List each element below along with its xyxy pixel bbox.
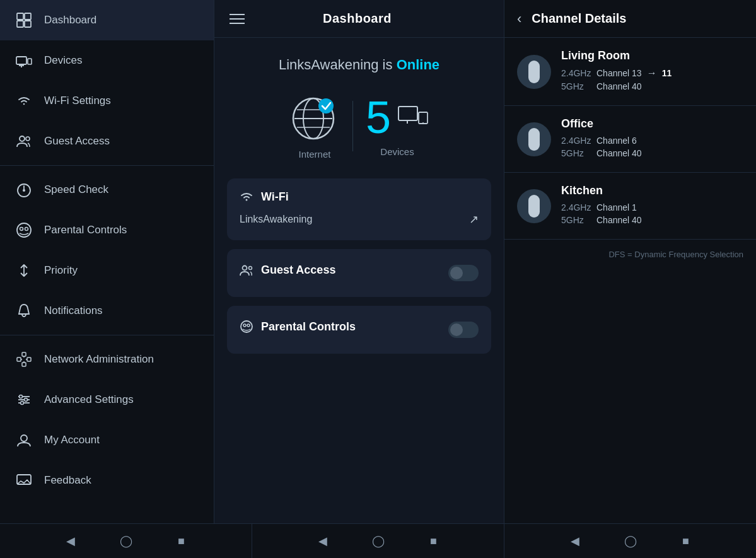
status-badge: Online	[397, 57, 439, 73]
hamburger-line-3	[230, 23, 245, 24]
middle-title: Dashboard	[323, 11, 392, 26]
parental-card-icon	[240, 320, 253, 334]
account-icon	[15, 431, 33, 449]
nav-recents-left[interactable]: ■	[173, 532, 190, 550]
right-header: ‹ Channel Details	[504, 0, 756, 38]
svg-rect-42	[419, 112, 427, 124]
sidebar-item-feedback[interactable]: Feedback	[0, 460, 214, 501]
svg-point-8	[20, 136, 25, 141]
internet-status: Internet	[289, 92, 340, 160]
device-avatar-office	[517, 122, 551, 156]
office-name: Office	[561, 117, 743, 131]
middle-panel: Dashboard LinksAwakening is Online	[214, 0, 504, 523]
parental-controls-toggle[interactable]	[448, 322, 479, 338]
guest-card-title: Guest Access	[261, 264, 335, 277]
device-pill	[528, 195, 540, 218]
sidebar-item-label-priority: Priority	[44, 264, 78, 277]
sidebar-item-my-account[interactable]: My Account	[0, 420, 214, 460]
nav-home-right[interactable]: ◯	[622, 532, 639, 550]
sidebar-item-speed-check[interactable]: Speed Check	[0, 170, 214, 210]
wifi-icon	[15, 92, 33, 110]
feedback-icon	[15, 472, 33, 489]
parental-controls-card: Parental Controls	[227, 306, 491, 354]
svg-rect-4	[16, 57, 26, 64]
ssid-text: LinksAwakening	[240, 214, 312, 225]
sidebar-item-guest-access[interactable]: Guest Access	[0, 121, 214, 161]
channel-item-kitchen[interactable]: Kitchen 2.4GHz Channel 1 5GHz Channel 40	[504, 173, 756, 240]
sidebar-item-label-speed: Speed Check	[44, 183, 108, 196]
svg-rect-3	[25, 21, 31, 27]
nav-back-middle[interactable]: ◀	[314, 532, 332, 550]
svg-rect-20	[22, 363, 26, 366]
living-room-channel-5: Channel 40	[596, 81, 642, 91]
office-24ghz: 2.4GHz Channel 6	[561, 136, 743, 146]
nav-back-left[interactable]: ◀	[62, 532, 79, 550]
kitchen-channel-24: Channel 1	[596, 202, 637, 212]
devices-svg-icon	[397, 103, 429, 132]
middle-header: Dashboard	[214, 0, 504, 38]
kitchen-5ghz: 5GHz Channel 40	[561, 215, 743, 225]
sidebar-item-label-network: Network Administration	[44, 353, 154, 366]
sidebar-item-parental-controls[interactable]: Parental Controls	[0, 210, 214, 250]
nav-home-middle[interactable]: ◯	[369, 532, 387, 550]
back-button[interactable]: ‹	[517, 11, 521, 27]
svg-point-38	[318, 98, 334, 113]
speed-icon	[15, 181, 33, 199]
status-icons-row: Internet 5 Devices	[227, 92, 491, 160]
external-link-icon[interactable]: ↗	[469, 212, 479, 226]
notifications-icon	[15, 302, 33, 320]
device-count: 5	[366, 95, 391, 140]
svg-rect-0	[17, 13, 23, 20]
living-room-freq-5: 5GHz	[561, 81, 591, 91]
nav-back-right[interactable]: ◀	[566, 532, 584, 550]
sidebar-item-label-wifi: Wi-Fi Settings	[44, 95, 111, 107]
dashboard-icon	[15, 11, 33, 29]
dfs-note: DFS = Dynamic Frequency Selection	[504, 240, 756, 269]
sidebar-item-label-notifications: Notifications	[44, 305, 103, 317]
svg-point-15	[25, 228, 28, 231]
nav-recents-middle[interactable]: ■	[425, 532, 443, 550]
sidebar-item-dashboard[interactable]: Dashboard	[0, 0, 214, 40]
svg-rect-1	[25, 13, 31, 20]
sidebar-item-priority[interactable]: Priority	[0, 250, 214, 291]
nav-home-left[interactable]: ◯	[117, 532, 135, 550]
sidebar-item-label-devices: Devices	[44, 54, 82, 67]
sidebar-item-advanced-settings[interactable]: Advanced Settings	[0, 380, 214, 420]
device-avatar-kitchen	[517, 189, 551, 223]
svg-point-29	[25, 398, 28, 402]
svg-rect-39	[398, 107, 417, 120]
svg-rect-18	[22, 352, 26, 356]
settings-icon	[15, 391, 33, 409]
parental-controls-header: Parental Controls	[240, 320, 356, 334]
status-prefix: LinksAwakening is	[279, 57, 393, 73]
sidebar-item-label-dashboard: Dashboard	[44, 14, 96, 26]
guest-access-row: Guest Access	[240, 260, 479, 286]
nav-recents-right[interactable]: ■	[677, 532, 695, 550]
sidebar-item-label-guest: Guest Access	[44, 135, 110, 148]
sidebar-item-notifications[interactable]: Notifications	[0, 291, 214, 331]
hamburger-menu[interactable]	[230, 14, 245, 24]
bottom-nav-left: ◀ ◯ ■	[0, 524, 252, 558]
network-icon	[15, 351, 33, 368]
sidebar-item-network-admin[interactable]: Network Administration	[0, 339, 214, 380]
bottom-bars: ◀ ◯ ■ ◀ ◯ ■ ◀ ◯ ■	[0, 523, 756, 558]
svg-rect-2	[17, 21, 23, 27]
svg-point-45	[249, 267, 252, 270]
svg-rect-5	[28, 59, 32, 64]
sidebar-divider-1	[0, 165, 214, 166]
middle-content: LinksAwakening is Online	[214, 38, 504, 523]
svg-rect-19	[27, 357, 31, 361]
guest-icon	[15, 132, 33, 150]
wifi-ssid-row[interactable]: LinksAwakening ↗	[240, 210, 479, 229]
wifi-card: Wi-Fi LinksAwakening ↗	[227, 178, 491, 240]
sidebar-item-wifi-settings[interactable]: Wi-Fi Settings	[0, 81, 214, 121]
living-room-freq-24: 2.4GHz	[561, 68, 591, 78]
sidebar-item-devices[interactable]: Devices	[0, 40, 214, 81]
kitchen-freq-24: 2.4GHz	[561, 202, 591, 212]
status-row: LinksAwakening is Online	[227, 57, 491, 73]
channel-item-office[interactable]: Office 2.4GHz Channel 6 5GHz Channel 40	[504, 106, 756, 173]
channel-item-living-room[interactable]: Living Room 2.4GHz Channel 13 → 11 5GHz …	[504, 38, 756, 106]
guest-access-toggle[interactable]	[448, 265, 479, 281]
sidebar-item-label-parental: Parental Controls	[44, 224, 127, 236]
office-channel-24: Channel 6	[596, 136, 637, 146]
